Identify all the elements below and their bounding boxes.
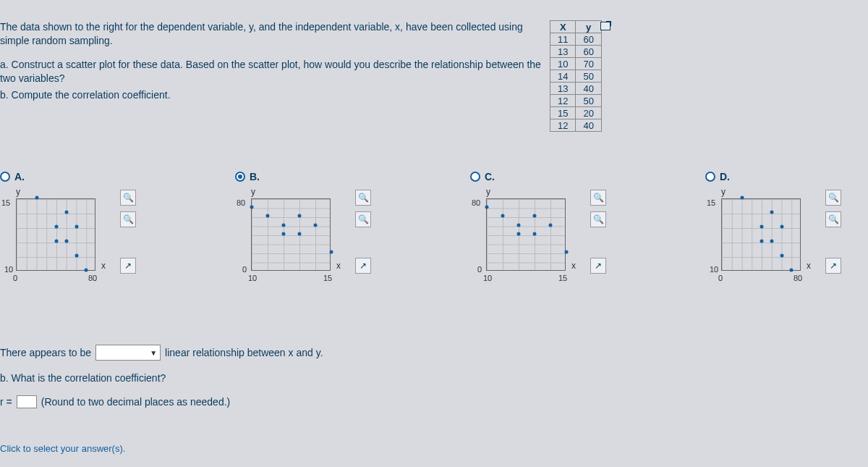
option-b: B. y 80 0 10 15 x 🔍 🔍 ↗	[235, 171, 398, 290]
cell-y: 20	[576, 107, 601, 119]
zoom-in-icon[interactable]: 🔍	[355, 190, 371, 206]
data-point	[517, 223, 521, 227]
data-point	[250, 205, 254, 209]
cell-y: 50	[576, 95, 601, 107]
intro-text: The data shown to the right for the depe…	[0, 20, 550, 48]
cell-y: 40	[576, 119, 601, 132]
data-point	[485, 205, 489, 209]
y-axis-label: y	[486, 187, 490, 197]
data-point	[517, 232, 521, 236]
radio-d[interactable]	[705, 172, 715, 182]
data-point	[770, 240, 773, 243]
data-point	[64, 211, 68, 214]
x-axis-label: x	[336, 261, 341, 271]
data-point	[565, 251, 569, 254]
chevron-down-icon: ▼	[150, 349, 157, 357]
ytick-bot: 10	[710, 265, 718, 274]
data-point	[790, 269, 793, 272]
plot-c: y 80 0 10 15 x	[470, 188, 586, 290]
ytick-bot: 0	[477, 265, 482, 274]
data-point	[75, 225, 78, 229]
open-plot-icon[interactable]: ↗	[355, 258, 371, 274]
xy-data-table: X y 11601360107014501340125015201240	[550, 20, 602, 132]
data-point	[501, 214, 505, 218]
zoom-in-icon[interactable]: 🔍	[590, 190, 606, 206]
xtick-r: 80	[88, 274, 97, 282]
xtick-r: 15	[558, 274, 567, 282]
y-axis-label: y	[16, 187, 20, 197]
zoom-in-icon[interactable]: 🔍	[825, 190, 841, 206]
part-b-prompt: b. What is the correlation coefficient?	[0, 372, 579, 384]
y-axis-label: y	[251, 187, 255, 197]
option-a: A. y 15 10 0 80 x 🔍 🔍 ↗	[0, 171, 163, 290]
cell-y: 60	[576, 46, 601, 58]
radio-a[interactable]	[0, 172, 10, 182]
table-row: 1520	[550, 107, 602, 119]
zoom-in-icon[interactable]: 🔍	[120, 190, 136, 206]
cell-x: 12	[550, 95, 576, 107]
data-point	[780, 225, 783, 229]
cell-x: 13	[550, 83, 576, 95]
data-point	[75, 254, 78, 258]
open-plot-icon[interactable]: ↗	[590, 258, 606, 274]
xtick-r: 80	[793, 274, 802, 282]
ytick-top: 15	[707, 198, 715, 207]
data-point	[760, 240, 764, 243]
data-point	[780, 254, 783, 258]
open-plot-icon[interactable]: ↗	[120, 258, 136, 274]
data-point	[35, 196, 38, 200]
xtick-l: 10	[483, 274, 492, 282]
data-point	[64, 240, 68, 243]
xtick-l: 0	[718, 274, 723, 282]
cell-x: 14	[550, 70, 576, 83]
r-prefix: r =	[0, 396, 12, 408]
data-point	[533, 232, 537, 236]
option-a-label: A.	[14, 171, 25, 182]
radio-b[interactable]	[235, 172, 245, 182]
table-row: 1340	[550, 83, 602, 95]
data-point	[533, 214, 537, 218]
cell-y: 50	[576, 70, 601, 83]
plot-b: y 80 0 10 15 x	[235, 188, 351, 290]
cell-x: 11	[550, 33, 576, 46]
data-point	[740, 196, 744, 200]
plot-a: y 15 10 0 80 x	[0, 188, 116, 290]
open-plot-icon[interactable]: ↗	[825, 258, 841, 274]
cell-x: 13	[550, 46, 576, 58]
table-row: 1250	[550, 95, 602, 107]
cell-x: 15	[550, 107, 576, 119]
ytick-top: 80	[237, 198, 245, 207]
data-point	[760, 225, 764, 229]
data-point	[330, 251, 333, 254]
relationship-dropdown[interactable]: ▼	[95, 345, 161, 361]
option-d-label: D.	[720, 171, 730, 182]
zoom-out-icon[interactable]: 🔍	[120, 211, 136, 227]
data-point	[55, 240, 59, 243]
y-axis-label: y	[721, 187, 726, 197]
zoom-out-icon[interactable]: 🔍	[590, 211, 606, 227]
data-point	[282, 232, 286, 236]
table-row: 1070	[550, 58, 602, 70]
col-header-y: y	[576, 21, 601, 33]
table-row: 1240	[550, 119, 602, 132]
table-row: 1450	[550, 70, 602, 83]
data-point	[266, 214, 270, 218]
xtick-r: 15	[323, 274, 332, 282]
cell-x: 10	[550, 58, 576, 70]
ytick-bot: 10	[4, 265, 13, 274]
sentence-pre: There appears to be	[0, 347, 91, 358]
popout-table-icon[interactable]	[600, 22, 610, 30]
ytick-bot: 0	[242, 265, 247, 274]
option-d: D. y 15 10 0 80 x 🔍 🔍 ↗	[705, 171, 868, 290]
cell-y: 70	[576, 58, 601, 70]
cell-y: 40	[576, 83, 601, 95]
data-point	[770, 211, 773, 214]
r-input[interactable]	[17, 395, 37, 408]
zoom-out-icon[interactable]: 🔍	[825, 211, 841, 227]
ytick-top: 15	[1, 198, 10, 207]
xtick-l: 0	[13, 274, 17, 282]
data-point	[314, 223, 318, 227]
zoom-out-icon[interactable]: 🔍	[355, 211, 371, 227]
option-c: C. y 80 0 10 15 x 🔍 🔍 ↗	[470, 171, 633, 290]
radio-c[interactable]	[470, 172, 480, 182]
